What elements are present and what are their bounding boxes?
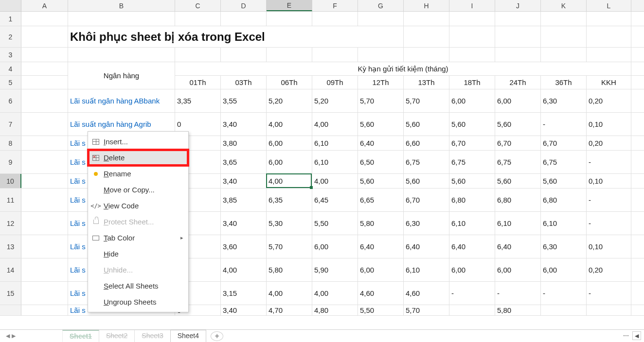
data-cell[interactable]: 6,00 bbox=[495, 89, 541, 112]
cell[interactable] bbox=[175, 48, 221, 62]
data-cell[interactable]: 5,60 bbox=[541, 174, 587, 188]
cell[interactable] bbox=[267, 48, 312, 62]
data-cell[interactable]: 3,40 bbox=[221, 212, 267, 235]
cell[interactable] bbox=[495, 48, 541, 62]
data-cell[interactable]: 6,40 bbox=[404, 235, 449, 258]
data-cell[interactable]: 6,30 bbox=[541, 235, 587, 258]
data-cell[interactable]: 4,00 bbox=[267, 113, 312, 136]
row-header-1[interactable]: 1 bbox=[0, 12, 21, 26]
cell[interactable] bbox=[21, 12, 68, 26]
data-cell[interactable]: 4,60 bbox=[358, 282, 404, 305]
data-cell[interactable]: 6,00 bbox=[358, 258, 404, 281]
cell[interactable] bbox=[21, 188, 68, 211]
column-header-K[interactable]: K bbox=[541, 0, 587, 11]
column-header-L[interactable]: L bbox=[587, 0, 631, 11]
row-header-14[interactable]: 14 bbox=[0, 258, 21, 281]
data-cell[interactable]: - bbox=[541, 282, 587, 305]
select-all-corner[interactable] bbox=[0, 0, 21, 12]
data-cell[interactable]: 0,10 bbox=[587, 235, 631, 258]
row-header-15[interactable]: 15 bbox=[0, 282, 21, 305]
row-header-13[interactable]: 13 bbox=[0, 235, 21, 258]
data-cell[interactable]: 3,85 bbox=[221, 188, 267, 211]
ctx-insert[interactable]: Insert... bbox=[88, 134, 188, 150]
data-cell[interactable]: 6,40 bbox=[358, 136, 404, 150]
data-cell[interactable]: - bbox=[587, 151, 631, 173]
cell[interactable] bbox=[358, 26, 404, 47]
data-cell[interactable]: 4,00 bbox=[267, 282, 312, 305]
data-cell[interactable]: 4,00 bbox=[267, 174, 312, 188]
cell[interactable] bbox=[312, 48, 358, 62]
data-cell[interactable]: 0,20 bbox=[587, 258, 631, 281]
row-header-9[interactable]: 9 bbox=[0, 151, 21, 173]
column-header-F[interactable]: F bbox=[312, 0, 358, 11]
data-cell[interactable]: 5,60 bbox=[495, 174, 541, 188]
ctx-view-code[interactable]: </>View Code bbox=[88, 198, 188, 214]
data-cell[interactable]: 5,80 bbox=[495, 305, 541, 315]
sheet-tab-context-menu[interactable]: Insert...DeleteRenameMove or Copy...</>V… bbox=[88, 131, 189, 312]
data-cell[interactable]: 5,60 bbox=[449, 113, 495, 136]
data-cell[interactable]: 6,10 bbox=[404, 258, 449, 281]
cell[interactable] bbox=[21, 26, 68, 47]
row-header-11[interactable]: 11 bbox=[0, 188, 21, 211]
sheet-tab-sheet3[interactable]: Sheet3 bbox=[134, 330, 170, 342]
ctx-ungroup-sheets[interactable]: Ungroup Sheets bbox=[88, 294, 188, 310]
data-cell[interactable]: 5,80 bbox=[267, 258, 312, 281]
column-header-E[interactable]: E bbox=[267, 0, 312, 11]
row-header-8[interactable]: 8 bbox=[0, 136, 21, 150]
cell[interactable] bbox=[587, 48, 631, 62]
data-cell[interactable]: 6,75 bbox=[495, 151, 541, 173]
column-header-D[interactable]: D bbox=[221, 0, 267, 11]
data-cell[interactable]: 5,70 bbox=[267, 235, 312, 258]
data-cell[interactable]: 6,00 bbox=[541, 258, 587, 281]
column-header-H[interactable]: H bbox=[404, 0, 449, 11]
cell[interactable] bbox=[449, 48, 495, 62]
row-header-10[interactable]: 10 bbox=[0, 174, 21, 188]
ctx-select-all-sheets[interactable]: Select All Sheets bbox=[88, 278, 188, 294]
data-cell[interactable]: 6,40 bbox=[358, 235, 404, 258]
data-cell[interactable]: 4,60 bbox=[404, 282, 449, 305]
cell[interactable] bbox=[449, 12, 495, 26]
cell[interactable] bbox=[175, 12, 221, 26]
ctx-tab-color[interactable]: Tab Color bbox=[88, 230, 188, 246]
data-cell[interactable]: 3,60 bbox=[221, 235, 267, 258]
data-cell[interactable]: 3,40 bbox=[221, 305, 267, 315]
hscroll-left-button[interactable]: ◀ bbox=[632, 331, 641, 340]
cell[interactable] bbox=[541, 48, 587, 62]
data-cell[interactable]: - bbox=[587, 212, 631, 235]
data-cell[interactable]: 6,00 bbox=[449, 89, 495, 112]
cell[interactable] bbox=[21, 48, 68, 62]
data-cell[interactable]: 5,80 bbox=[358, 212, 404, 235]
data-cell[interactable]: 0,10 bbox=[587, 113, 631, 136]
cell[interactable] bbox=[21, 212, 68, 235]
data-cell[interactable] bbox=[587, 305, 631, 315]
tab-next-icon[interactable]: ▶ bbox=[12, 333, 16, 339]
sheet-tab-sheet2[interactable]: Sheet2 bbox=[99, 330, 135, 342]
cell[interactable] bbox=[21, 305, 68, 315]
row-header-2[interactable]: 2 bbox=[0, 26, 21, 47]
sheet-tab-sheet1[interactable]: Sheet1 bbox=[62, 330, 99, 342]
row-header-4[interactable]: 4 bbox=[0, 62, 21, 75]
ctx-move-or-copy[interactable]: Move or Copy... bbox=[88, 182, 188, 198]
data-cell[interactable]: 6,75 bbox=[541, 151, 587, 173]
data-cell[interactable]: - bbox=[541, 113, 587, 136]
column-header-I[interactable]: I bbox=[449, 0, 495, 11]
data-cell[interactable]: 6,65 bbox=[358, 188, 404, 211]
data-cell[interactable]: - bbox=[587, 188, 631, 211]
data-cell[interactable]: 3,80 bbox=[221, 136, 267, 150]
cell[interactable] bbox=[21, 89, 68, 112]
data-cell[interactable] bbox=[541, 305, 587, 315]
data-cell[interactable]: 5,50 bbox=[358, 305, 404, 315]
data-cell[interactable]: 6,35 bbox=[267, 188, 312, 211]
data-cell[interactable]: 6,00 bbox=[495, 258, 541, 281]
data-cell[interactable]: 4,00 bbox=[312, 174, 358, 188]
cell[interactable] bbox=[404, 26, 449, 47]
data-cell[interactable]: 0,20 bbox=[587, 136, 631, 150]
cell[interactable] bbox=[358, 12, 404, 26]
ctx-hide[interactable]: Hide bbox=[88, 246, 188, 262]
data-cell[interactable]: 5,70 bbox=[404, 305, 449, 315]
data-cell[interactable]: 5,90 bbox=[312, 258, 358, 281]
data-cell[interactable]: 6,70 bbox=[495, 136, 541, 150]
data-cell[interactable]: 6,30 bbox=[541, 89, 587, 112]
data-cell[interactable]: 5,60 bbox=[404, 113, 449, 136]
data-cell[interactable] bbox=[449, 305, 495, 315]
